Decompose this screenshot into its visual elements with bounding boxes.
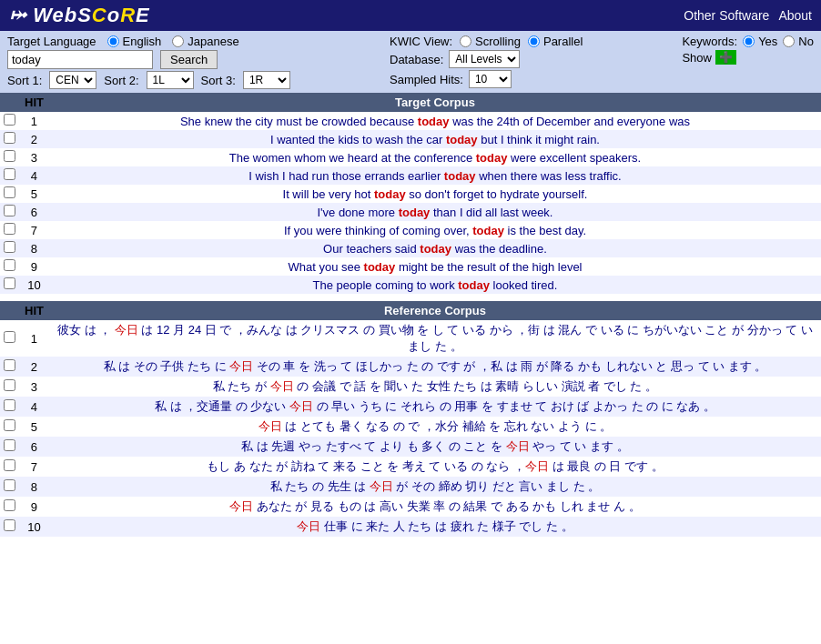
row-checkbox[interactable] [4,168,15,180]
row-checkbox-cell[interactable] [0,357,19,377]
table-row: 7If you were thinking of coming over, to… [0,221,821,239]
sampled-hits-label: Sampled Hits: [390,73,463,86]
target-language-row: Target Language English Japanese [7,35,290,48]
keywords-no-label[interactable]: No [783,35,814,48]
row-checkbox-cell[interactable] [0,397,19,417]
show-button[interactable]: ➕ [715,50,736,65]
table-row: 1She knew the city must be crowded becau… [0,112,821,130]
english-radio-label[interactable]: English [107,35,162,48]
row-checkbox[interactable] [4,479,15,491]
row-checkbox-cell[interactable] [0,130,19,148]
hit-number: 5 [19,417,49,437]
table-row: 10今日 仕事 に 来た 人 たち は 疲れ た 様子 でし た 。 [0,517,821,537]
row-checkbox-cell[interactable] [0,417,19,437]
search-button[interactable]: Search [160,50,218,69]
sentence-cell: I wanted the kids to wash the car today … [49,130,821,148]
row-checkbox[interactable] [4,132,15,144]
hit-number: 7 [19,221,49,239]
table-row: 3私 たち が 今日 の 会議 で 話 を 聞い た 女性 たち は 素晴 らし… [0,377,821,397]
search-input[interactable] [7,50,153,69]
scrolling-radio-label[interactable]: Scrolling [460,35,521,48]
hit-number: 2 [19,357,49,377]
row-checkbox[interactable] [4,359,15,371]
japanese-sentence-cell: 私 は 先週 やっ たすべ て より も 多く の こと を 今日 やっ て い… [49,437,821,457]
database-select[interactable]: All LevelsLevel 1Level 2Level 3 [449,50,520,68]
hit-number: 10 [19,276,49,294]
database-row: Database: All LevelsLevel 1Level 2Level … [390,50,583,68]
keywords-yes-radio[interactable] [743,35,755,47]
table-row: 4I wish I had run those errands earlier … [0,166,821,185]
sentence-cell: If you were thinking of coming over, tod… [49,221,821,239]
row-checkbox[interactable] [4,241,15,253]
reference-corpus-table: HIT Reference Corpus 1彼女 は ， 今日 は 12 月 2… [0,301,821,537]
row-checkbox[interactable] [4,259,15,271]
sort2-select[interactable]: 1LCEN1R2L2R [147,71,194,89]
row-checkbox[interactable] [4,439,15,451]
japanese-radio[interactable] [172,35,184,47]
row-checkbox[interactable] [4,331,15,343]
row-checkbox[interactable] [4,150,15,162]
row-checkbox[interactable] [4,399,15,411]
parallel-radio[interactable] [528,35,540,47]
table-row: 8Our teachers said today was the deadlin… [0,239,821,257]
sentence-cell: What you see today might be the result o… [49,257,821,276]
row-checkbox-cell[interactable] [0,239,19,257]
hit-number: 1 [19,320,49,357]
hit-number: 3 [19,377,49,397]
row-checkbox[interactable] [4,114,15,126]
sort1-select[interactable]: CEN1L1R2L2R [49,71,96,89]
japanese-sentence-cell: 今日 あなた が 見る もの は 高い 失業 率 の 結果 で ある かも しれ… [49,497,821,517]
sentence-cell: The women whom we heard at the conferenc… [49,148,821,166]
sentence-cell: It will be very hot today so don't forge… [49,185,821,203]
row-checkbox-cell[interactable] [0,276,19,294]
hit-number: 4 [19,397,49,417]
hit-number: 7 [19,457,49,477]
row-checkbox[interactable] [4,419,15,431]
table-row: 9今日 あなた が 見る もの は 高い 失業 率 の 結果 で ある かも し… [0,497,821,517]
row-checkbox-cell[interactable] [0,148,19,166]
keywords-yes-label[interactable]: Yes [743,35,777,48]
hit-number: 9 [19,497,49,517]
sort3-select[interactable]: 1RCEN1L2L2R [243,71,290,89]
row-checkbox[interactable] [4,499,15,511]
row-checkbox[interactable] [4,459,15,471]
search-row: Search [7,50,290,69]
keywords-no-radio[interactable] [783,35,795,47]
row-checkbox-cell[interactable] [0,257,19,276]
ref-corpus-title: Reference Corpus [49,301,821,320]
sort2-label: Sort 2: [104,74,138,87]
row-checkbox[interactable] [4,205,15,216]
row-checkbox-cell[interactable] [0,377,19,397]
row-checkbox[interactable] [4,277,15,289]
table-row: 5It will be very hot today so don't forg… [0,185,821,203]
hit-number: 2 [19,130,49,148]
row-checkbox-cell[interactable] [0,457,19,477]
hit-number: 8 [19,477,49,497]
row-checkbox-cell[interactable] [0,185,19,203]
row-checkbox-cell[interactable] [0,497,19,517]
row-checkbox[interactable] [4,186,15,198]
other-software-link[interactable]: Other Software [684,8,769,23]
sampled-hits-select[interactable]: 102050100 [469,70,512,88]
row-checkbox-cell[interactable] [0,320,19,357]
row-checkbox-cell[interactable] [0,437,19,457]
parallel-radio-label[interactable]: Parallel [528,35,583,48]
english-radio[interactable] [107,35,119,47]
row-checkbox-cell[interactable] [0,221,19,239]
row-checkbox-cell[interactable] [0,166,19,185]
row-checkbox-cell[interactable] [0,517,19,537]
row-checkbox[interactable] [4,519,15,531]
row-checkbox-cell[interactable] [0,203,19,221]
row-checkbox-cell[interactable] [0,477,19,497]
row-checkbox-cell[interactable] [0,112,19,130]
hit-number: 6 [19,437,49,457]
hit-number: 6 [19,203,49,221]
about-link[interactable]: About [778,8,812,23]
japanese-radio-label[interactable]: Japanese [172,35,238,48]
table-row: 2I wanted the kids to wash the car today… [0,130,821,148]
japanese-sentence-cell: 私 は ，交通量 の 少ない 今日 の 早い うち に それら の 用事 を す… [49,397,821,417]
row-checkbox[interactable] [4,379,15,391]
scrolling-radio[interactable] [460,35,471,47]
database-label: Database: [390,53,443,66]
row-checkbox[interactable] [4,223,15,235]
